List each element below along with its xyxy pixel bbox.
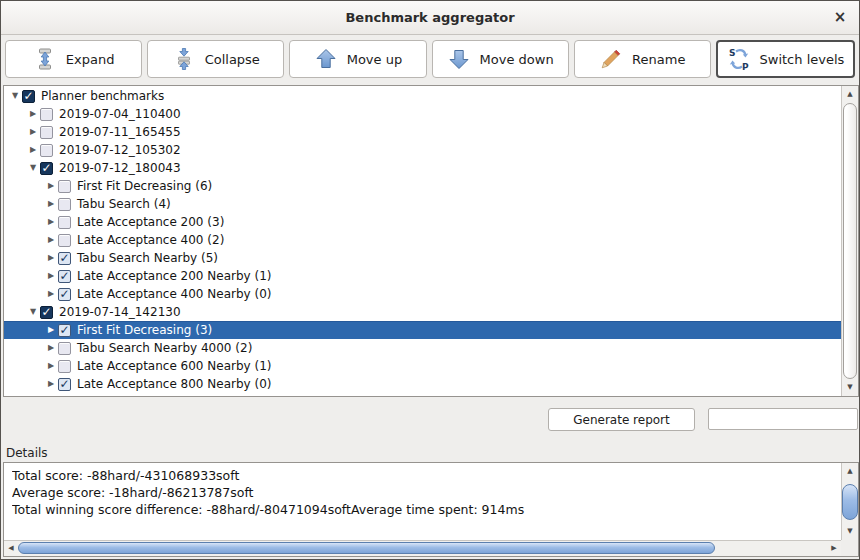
expander-expanded-icon[interactable]: ▼ — [8, 87, 22, 105]
tree-checkbox[interactable] — [58, 378, 71, 391]
tree-row[interactable]: ▶First Fit Decreasing (6) — [4, 177, 841, 195]
tree-checkbox[interactable] — [40, 306, 53, 319]
move-down-icon — [447, 47, 471, 71]
tree-item-label: Late Acceptance 200 Nearby (1) — [77, 269, 272, 283]
benchmark-tree-panel: ▼Planner benchmarks▶2019-07-04_110400▶20… — [3, 85, 859, 397]
details-hscrollbar-thumb[interactable] — [18, 542, 715, 554]
expand-button[interactable]: Expand — [5, 40, 142, 78]
expander-collapsed-icon[interactable]: ▶ — [44, 321, 58, 339]
tree-checkbox[interactable] — [58, 216, 71, 229]
tree-row[interactable]: ▶Late Acceptance 200 Nearby (1) — [4, 267, 841, 285]
tree-row[interactable]: ▶Late Acceptance 800 Nearby (0) — [4, 375, 841, 393]
tree-item-label: Late Acceptance 600 Nearby (1) — [77, 359, 272, 373]
details-label: Details — [6, 446, 48, 460]
close-icon[interactable]: × — [827, 1, 853, 34]
details-horizontal-scrollbar[interactable]: ◀ ▶ — [4, 540, 841, 556]
expander-collapsed-icon[interactable]: ▶ — [44, 375, 58, 393]
scroll-up-icon[interactable]: ▲ — [842, 86, 858, 102]
details-vscrollbar-thumb[interactable] — [842, 484, 858, 520]
details-line: Total winning score difference: -88hard/… — [12, 501, 836, 518]
tree-item-label: Tabu Search (4) — [77, 197, 171, 211]
details-line: Total score: -88hard/-431068933soft — [12, 467, 836, 484]
scroll-left-icon[interactable]: ◀ — [4, 541, 18, 556]
tree-scrollbar-thumb[interactable] — [843, 103, 857, 379]
tree-item-label: Late Acceptance 400 Nearby (0) — [77, 287, 272, 301]
tree-item-label: Late Acceptance 200 (3) — [77, 215, 224, 229]
expander-collapsed-icon[interactable]: ▶ — [44, 195, 58, 213]
tree-row[interactable]: ▼Planner benchmarks — [4, 87, 841, 105]
expander-expanded-icon[interactable]: ▼ — [26, 159, 40, 177]
expander-collapsed-icon[interactable]: ▶ — [44, 231, 58, 249]
tree-item-label: First Fit Decreasing (3) — [77, 323, 212, 337]
collapse-icon — [172, 47, 196, 71]
tree-checkbox[interactable] — [58, 198, 71, 211]
report-progress-field[interactable] — [708, 408, 858, 430]
tree-row[interactable]: ▶Late Acceptance 200 (3) — [4, 213, 841, 231]
tree-checkbox[interactable] — [58, 180, 71, 193]
tree-row[interactable]: ▶2019-07-11_165455 — [4, 123, 841, 141]
switch-levels-icon: SP — [727, 47, 751, 71]
switch-levels-button[interactable]: SPSwitch levels — [716, 40, 855, 78]
tree-item-label: 2019-07-12_180043 — [59, 161, 181, 175]
expander-collapsed-icon[interactable]: ▶ — [44, 267, 58, 285]
window-title: Benchmark aggregator — [1, 1, 859, 34]
tree-row[interactable]: ▶First Fit Decreasing (3) — [4, 321, 841, 339]
toolbar-button-label: Expand — [66, 52, 115, 67]
scroll-down-icon[interactable]: ▼ — [842, 523, 858, 539]
tree-checkbox[interactable] — [40, 108, 53, 121]
tree-row[interactable]: ▶Tabu Search (4) — [4, 195, 841, 213]
tree-checkbox[interactable] — [58, 360, 71, 373]
move-up-button[interactable]: Move up — [289, 40, 426, 78]
details-vertical-scrollbar[interactable]: ▲ ▼ — [841, 463, 858, 540]
tree-vertical-scrollbar[interactable]: ▲ ▼ — [841, 86, 858, 396]
toolbar-button-label: Collapse — [205, 52, 260, 67]
titlebar: Benchmark aggregator × — [1, 1, 859, 35]
tree-checkbox[interactable] — [40, 162, 53, 175]
tree-checkbox[interactable] — [40, 144, 53, 157]
expander-collapsed-icon[interactable]: ▶ — [44, 339, 58, 357]
tree-checkbox[interactable] — [58, 234, 71, 247]
tree-checkbox[interactable] — [58, 270, 71, 283]
generate-report-button[interactable]: Generate report — [548, 408, 695, 431]
tree-row[interactable]: ▶Late Acceptance 600 Nearby (1) — [4, 357, 841, 375]
expander-expanded-icon[interactable]: ▼ — [26, 303, 40, 321]
expander-collapsed-icon[interactable]: ▶ — [44, 177, 58, 195]
tree-row[interactable]: ▼2019-07-14_142130 — [4, 303, 841, 321]
tree-row[interactable]: ▼2019-07-12_180043 — [4, 159, 841, 177]
tree-item-label: Late Acceptance 800 Nearby (0) — [77, 377, 272, 391]
benchmark-aggregator-window: Benchmark aggregator × ExpandCollapseMov… — [0, 0, 860, 560]
expander-collapsed-icon[interactable]: ▶ — [44, 213, 58, 231]
tree-row[interactable]: ▶Tabu Search Nearby 4000 (2) — [4, 339, 841, 357]
tree-checkbox[interactable] — [58, 252, 71, 265]
tree-row[interactable]: ▶Tabu Search Nearby (5) — [4, 249, 841, 267]
scroll-up-icon[interactable]: ▲ — [842, 463, 858, 479]
scroll-right-icon[interactable]: ▶ — [827, 541, 841, 556]
expand-icon — [33, 47, 57, 71]
tree-row[interactable]: ▶Late Acceptance 400 (2) — [4, 231, 841, 249]
tree-row[interactable]: ▶2019-07-04_110400 — [4, 105, 841, 123]
tree-item-label: Tabu Search Nearby 4000 (2) — [77, 341, 252, 355]
expander-collapsed-icon[interactable]: ▶ — [26, 105, 40, 123]
tree-row[interactable]: ▶2019-07-12_105302 — [4, 141, 841, 159]
tree-checkbox[interactable] — [58, 342, 71, 355]
expander-collapsed-icon[interactable]: ▶ — [26, 123, 40, 141]
svg-text:S: S — [729, 48, 735, 58]
expander-collapsed-icon[interactable]: ▶ — [26, 141, 40, 159]
collapse-button[interactable]: Collapse — [147, 40, 284, 78]
tree-checkbox[interactable] — [58, 288, 71, 301]
tree-row[interactable]: ▶Late Acceptance 400 Nearby (0) — [4, 285, 841, 303]
details-line: Average score: -18hard/-86213787soft — [12, 484, 836, 501]
move-down-button[interactable]: Move down — [432, 40, 569, 78]
expander-collapsed-icon[interactable]: ▶ — [44, 357, 58, 375]
rename-icon — [599, 47, 623, 71]
scroll-down-icon[interactable]: ▼ — [842, 379, 858, 395]
toolbar: ExpandCollapseMove upMove downRenameSPSw… — [1, 35, 859, 83]
tree-item-label: 2019-07-11_165455 — [59, 125, 181, 139]
expander-collapsed-icon[interactable]: ▶ — [44, 285, 58, 303]
rename-button[interactable]: Rename — [574, 40, 711, 78]
expander-collapsed-icon[interactable]: ▶ — [44, 249, 58, 267]
tree-checkbox[interactable] — [22, 90, 35, 103]
tree-item-label: Planner benchmarks — [41, 89, 164, 103]
tree-checkbox[interactable] — [58, 324, 71, 337]
tree-checkbox[interactable] — [40, 126, 53, 139]
